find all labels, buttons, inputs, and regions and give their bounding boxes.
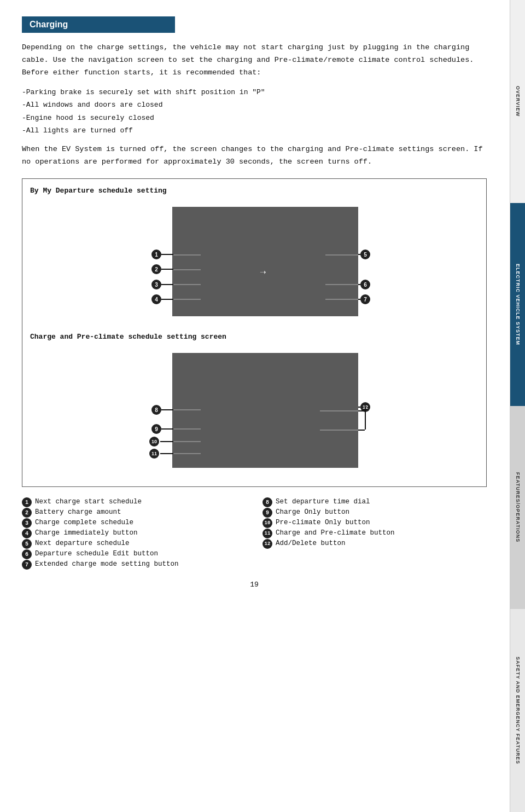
legend-item-12: 12 Add/Delete button (262, 538, 487, 549)
callout-1: 1 (151, 250, 161, 259)
legend: 1 Next charge start schedule 2 Battery c… (22, 497, 487, 570)
callout-9: 9 (151, 424, 161, 434)
top-screen-area: 1 2 3 4 5 6 7 (30, 201, 479, 327)
legend-item-8: 8 Set departure time dial (262, 497, 487, 507)
callout-5: 5 (360, 250, 370, 259)
callout-2: 2 (151, 264, 161, 274)
tab-features[interactable]: FEATURES/OPERATIONS (510, 406, 525, 609)
tab-safety[interactable]: SAFETY AND EMERGENCY FEATURES (510, 609, 525, 812)
callout-8: 8 (151, 405, 161, 415)
legend-item-10: 10 Pre-climate Only button (262, 518, 487, 528)
page-number: 19 (22, 581, 487, 589)
legend-item-5: 5 Next departure schedule (22, 538, 246, 549)
side-tabs: OVERVIEW ELECTRIC VEHICLE SYSTEM FEATURE… (510, 0, 525, 812)
callout-11: 11 (149, 449, 159, 459)
legend-item-4: 4 Charge immediately button (22, 528, 246, 538)
bullet-list: -Parking brake is securely set with shif… (22, 86, 487, 137)
tab-electric[interactable]: ELECTRIC VEHICLE SYSTEM (510, 203, 525, 406)
bottom-screen-area: 8 9 10 11 12 (30, 347, 479, 479)
top-diagram-label: By My Departure schedule setting (30, 187, 479, 195)
section-title: Charging (22, 16, 175, 33)
legend-item-2: 2 Battery charge amount (22, 507, 246, 518)
callout-7: 7 (360, 294, 370, 304)
legend-item-3: 3 Charge complete schedule (22, 518, 246, 528)
paragraph-1: Depending on the charge settings, the ve… (22, 42, 487, 79)
legend-item-1: 1 Next charge start schedule (22, 497, 246, 507)
diagram-box: By My Departure schedule setting 1 2 3 4 (22, 178, 487, 487)
tab-overview[interactable]: OVERVIEW (510, 0, 525, 203)
legend-item-11: 11 Charge and Pre-climate button (262, 528, 487, 538)
legend-item-9: 9 Charge Only button (262, 507, 487, 518)
bottom-diagram-label: Charge and Pre-climate schedule setting … (30, 333, 479, 341)
legend-item-6: 6 Departure schedule Edit button (22, 549, 246, 559)
legend-item-7: 7 Extended charge mode setting button (22, 559, 246, 570)
paragraph-2: When the EV System is turned off, the sc… (22, 143, 487, 169)
main-content: Charging Depending on the charge setting… (0, 0, 509, 611)
callout-10: 10 (149, 437, 159, 446)
callout-3: 3 (151, 280, 161, 289)
callout-6: 6 (360, 280, 370, 289)
callout-4: 4 (151, 294, 161, 304)
